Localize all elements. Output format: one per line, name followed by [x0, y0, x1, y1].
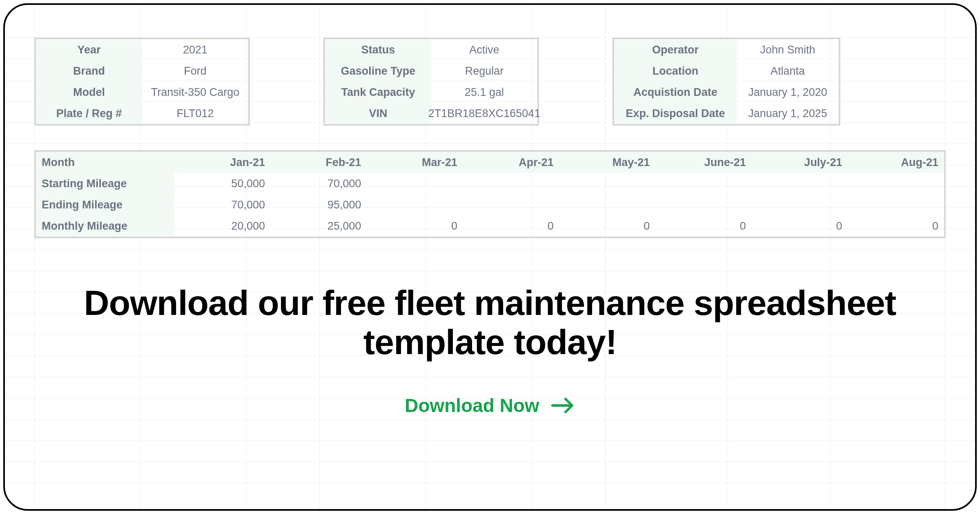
- info-value: January 1, 2025: [737, 103, 839, 124]
- mileage-cell: [655, 194, 752, 215]
- mileage-cell: 95,000: [271, 194, 367, 215]
- mileage-cell: 25,000: [271, 215, 367, 237]
- info-value: January 1, 2020: [737, 82, 839, 103]
- mileage-cell: [848, 173, 944, 194]
- info-value: Ford: [142, 60, 248, 82]
- info-label: Exp. Disposal Date: [614, 103, 737, 124]
- info-value: Regular: [431, 60, 537, 82]
- mileage-row-label: Ending Mileage: [36, 194, 174, 215]
- vehicle-status-block: Status Gasoline Type Tank Capacity VIN A…: [323, 38, 539, 126]
- vehicle-info-block: Year Brand Model Plate / Reg # 2021 Ford…: [34, 38, 250, 126]
- mileage-cell: 0: [848, 215, 944, 237]
- mileage-cell: 0: [559, 215, 656, 237]
- info-label: Tank Capacity: [325, 82, 431, 103]
- mileage-cell: 0: [752, 215, 848, 237]
- cta-label: Download Now: [405, 394, 539, 417]
- info-label: Plate / Reg #: [36, 103, 142, 124]
- vehicle-ownership-block: Operator Location Acquistion Date Exp. D…: [612, 38, 840, 126]
- info-label: Operator: [614, 39, 737, 60]
- mileage-month-header: Feb-21: [271, 152, 367, 173]
- info-value: Atlanta: [737, 60, 839, 82]
- mileage-table: MonthJan-21Feb-21Mar-21Apr-21May-21June-…: [34, 150, 946, 238]
- promo-card: Year Brand Model Plate / Reg # 2021 Ford…: [3, 3, 977, 511]
- mileage-cell: 70,000: [271, 173, 367, 194]
- mileage-month-header: Apr-21: [463, 152, 559, 173]
- mileage-cell: [463, 194, 559, 215]
- info-label: Location: [614, 60, 737, 82]
- info-value: John Smith: [737, 39, 839, 60]
- mileage-cell: [655, 173, 752, 194]
- mileage-row-label: Monthly Mileage: [36, 215, 174, 237]
- mileage-cell: 0: [367, 215, 463, 237]
- info-label: Brand: [36, 60, 142, 82]
- mileage-month-header: July-21: [752, 152, 848, 173]
- mileage-cell: 70,000: [174, 194, 271, 215]
- mileage-month-header: June-21: [655, 152, 752, 173]
- mileage-month-header: Mar-21: [367, 152, 463, 173]
- info-label: VIN: [325, 103, 431, 124]
- promo-headline: Download our free fleet maintenance spre…: [34, 283, 946, 362]
- info-value-vin: 2T1BR18E8XC165041: [431, 103, 537, 124]
- mileage-cell: [463, 173, 559, 194]
- mileage-month-header: Aug-21: [848, 152, 944, 173]
- mileage-cell: [559, 194, 656, 215]
- info-label: Acquistion Date: [614, 82, 737, 103]
- mileage-cell: 0: [655, 215, 752, 237]
- arrow-right-icon: [551, 397, 575, 414]
- mileage-cell: [367, 194, 463, 215]
- info-label: Gasoline Type: [325, 60, 431, 82]
- info-value: Transit-350 Cargo: [142, 82, 248, 103]
- info-value: 2021: [142, 39, 248, 60]
- mileage-cell: 20,000: [174, 215, 271, 237]
- mileage-cell: [559, 173, 656, 194]
- mileage-cell: [752, 173, 848, 194]
- mileage-cell: 50,000: [174, 173, 271, 194]
- mileage-row-label: Starting Mileage: [36, 173, 174, 194]
- mileage-cell: [848, 194, 944, 215]
- mileage-cell: [367, 173, 463, 194]
- info-label: Model: [36, 82, 142, 103]
- info-label: Status: [325, 39, 431, 60]
- info-value: 25.1 gal: [431, 82, 537, 103]
- mileage-month-header: May-21: [559, 152, 656, 173]
- info-value: Active: [431, 39, 537, 60]
- mileage-cell: [752, 194, 848, 215]
- mileage-month-header: Jan-21: [174, 152, 271, 173]
- info-label: Year: [36, 39, 142, 60]
- vehicle-info-row: Year Brand Model Plate / Reg # 2021 Ford…: [34, 38, 946, 126]
- info-value: FLT012: [142, 103, 248, 124]
- download-now-button[interactable]: Download Now: [34, 394, 946, 417]
- mileage-cell: 0: [463, 215, 559, 237]
- mileage-header-label: Month: [36, 152, 174, 173]
